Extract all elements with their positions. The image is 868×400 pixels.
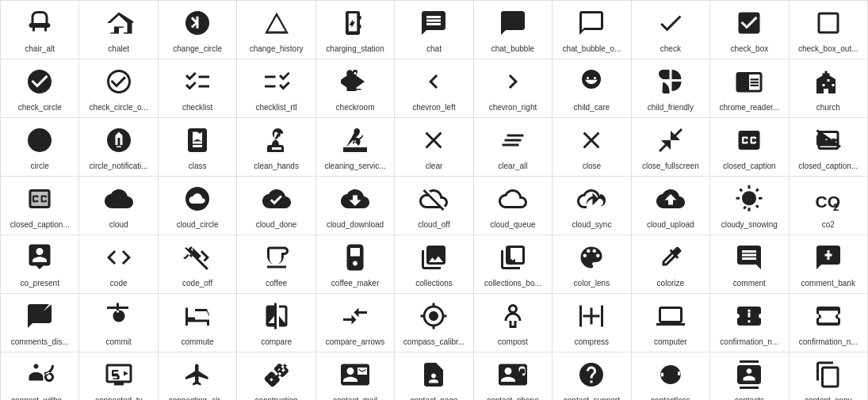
icon-cell-coffee_maker[interactable]: coffee_maker	[316, 235, 395, 294]
icon-cell-check_box_outline[interactable]: check_box_out...	[790, 1, 868, 59]
icon-cell-class[interactable]: class	[159, 118, 237, 177]
icon-cell-compass_calibration[interactable]: compass_calibr...	[395, 294, 473, 352]
icon-cell-compost[interactable]: compost	[474, 294, 553, 352]
icon-label: clear_all	[477, 161, 549, 171]
icon-cell-chevron_right[interactable]: chevron_right	[474, 59, 553, 118]
icon-cell-clear_all[interactable]: clear_all	[474, 118, 553, 177]
icon-label: checklist_rtl	[241, 102, 312, 112]
icon-cell-closed_caption[interactable]: closed_caption	[710, 118, 789, 177]
icon-cell-child_friendly[interactable]: child_friendly	[632, 59, 710, 118]
content_copy-icon	[813, 359, 844, 390]
collections-icon	[418, 242, 449, 273]
icon-cell-circle[interactable]: circle	[1, 118, 79, 177]
icon-cell-color_lens[interactable]: color_lens	[553, 235, 631, 294]
construction-icon	[261, 359, 293, 390]
icon-cell-chat[interactable]: chat	[395, 1, 473, 59]
icon-cell-comments_disabled[interactable]: comments_dis...	[1, 294, 79, 352]
icon-cell-check[interactable]: check	[632, 1, 710, 59]
cloud_off-icon	[418, 183, 449, 215]
icon-cell-connect_without_contact[interactable]: connect_witho...	[1, 352, 79, 400]
icon-cell-colorize[interactable]: colorize	[632, 235, 710, 294]
icon-cell-cloud_off[interactable]: cloud_off	[395, 177, 473, 235]
icon-cell-cloudy_snowing[interactable]: cloudy_snowing	[710, 177, 789, 235]
icon-cell-commute[interactable]: commute	[159, 294, 237, 352]
circle_notifications-icon	[103, 124, 135, 156]
icon-cell-cloud_download[interactable]: cloud_download	[316, 177, 395, 235]
icon-cell-clean_hands[interactable]: clean_hands	[237, 118, 315, 177]
icon-cell-commit[interactable]: commit	[79, 294, 158, 352]
icon-cell-check_circle[interactable]: check_circle	[1, 59, 79, 118]
icon-cell-chat_bubble[interactable]: chat_bubble	[474, 1, 553, 59]
cloud_download-icon	[339, 183, 371, 215]
icon-cell-close[interactable]: close	[553, 118, 631, 177]
icon-cell-cloud_queue[interactable]: cloud_queue	[474, 177, 553, 235]
icon-cell-confirmation_number[interactable]: confirmation_n...	[710, 294, 789, 352]
icon-cell-comment[interactable]: comment	[710, 235, 789, 294]
icon-cell-code[interactable]: code	[79, 235, 158, 294]
check_box-icon	[733, 7, 765, 39]
icon-cell-chalet[interactable]: chalet	[79, 1, 158, 59]
icon-cell-cloud_upload[interactable]: cloud_upload	[632, 177, 710, 235]
icon-cell-checkroom[interactable]: checkroom	[316, 59, 395, 118]
checklist-icon	[182, 66, 213, 97]
commit-icon	[103, 300, 135, 332]
icon-label: confirmation_n...	[793, 337, 864, 347]
icon-cell-computer[interactable]: computer	[632, 294, 710, 352]
icon-label: coffee_maker	[319, 278, 391, 288]
icon-cell-construction[interactable]: construction	[237, 352, 315, 400]
icon-cell-charging_station[interactable]: charging_station	[316, 1, 395, 59]
icon-cell-co_present[interactable]: co_present	[1, 235, 79, 294]
icon-cell-contact_mail[interactable]: contact_mail	[316, 352, 395, 400]
icon-cell-cloud_done[interactable]: cloud_done	[237, 177, 315, 235]
icon-cell-chair_alt[interactable]: chair_alt	[1, 1, 79, 59]
icon-cell-child_care[interactable]: child_care	[553, 59, 631, 118]
coffee_maker-icon	[339, 242, 371, 273]
icon-cell-contacts[interactable]: contacts	[710, 352, 789, 400]
icon-cell-change_history[interactable]: change_history	[237, 1, 315, 59]
icon-cell-confirmation_number2[interactable]: confirmation_n...	[790, 294, 868, 352]
icon-label: circle_notificati...	[83, 161, 155, 171]
icon-cell-coffee[interactable]: coffee	[237, 235, 315, 294]
icon-cell-chrome_reader[interactable]: chrome_reader...	[710, 59, 789, 118]
icon-cell-checklist[interactable]: checklist	[159, 59, 237, 118]
icon-cell-closed_caption_disabled[interactable]: closed_caption...	[790, 118, 868, 177]
icon-label: co_present	[4, 278, 75, 288]
icon-label: check	[635, 44, 706, 54]
icon-cell-contact_phone[interactable]: contact_phone	[474, 352, 553, 400]
icon-cell-checklist_rtl[interactable]: checklist_rtl	[237, 59, 315, 118]
icon-cell-connected_tv[interactable]: connected_tv	[79, 352, 158, 400]
icon-cell-cleaning_services[interactable]: cleaning_servic...	[316, 118, 395, 177]
icon-cell-code_off[interactable]: code_off	[159, 235, 237, 294]
icon-cell-church[interactable]: church	[790, 59, 868, 118]
cloud_done-icon	[261, 183, 293, 215]
icon-cell-compare_arrows[interactable]: compare_arrows	[316, 294, 395, 352]
icon-cell-content_copy[interactable]: content_copy	[790, 352, 868, 400]
icon-cell-closed_caption_outline[interactable]: closed_caption...	[1, 177, 79, 235]
icon-cell-collections_bookmark[interactable]: collections_bo...	[474, 235, 553, 294]
icon-cell-contactless[interactable]: contactless	[632, 352, 710, 400]
icon-label: compare	[241, 337, 312, 347]
icon-cell-contact_support[interactable]: contact_support	[553, 352, 631, 400]
icon-cell-chat_bubble_outline[interactable]: chat_bubble_o...	[553, 1, 631, 59]
icon-cell-check_box[interactable]: check_box	[710, 1, 789, 59]
icon-label: cloud_download	[319, 219, 391, 230]
icon-cell-circle_notifications[interactable]: circle_notificati...	[79, 118, 158, 177]
icon-cell-cloud_sync[interactable]: cloud_sync	[553, 177, 631, 235]
icon-label: color_lens	[556, 278, 627, 288]
icon-cell-cloud[interactable]: cloud	[79, 177, 158, 235]
icon-cell-close_fullscreen[interactable]: close_fullscreen	[632, 118, 710, 177]
icon-cell-change_circle[interactable]: change_circle	[159, 1, 237, 59]
icon-cell-comment_bank[interactable]: comment_bank	[790, 235, 868, 294]
icon-cell-compare[interactable]: compare	[237, 294, 315, 352]
icon-cell-cloud_circle[interactable]: cloud_circle	[159, 177, 237, 235]
co_present-icon	[24, 242, 55, 273]
icon-cell-connecting_airports[interactable]: connecting_air...	[159, 352, 237, 400]
icon-cell-clear[interactable]: clear	[395, 118, 473, 177]
icon-cell-compress[interactable]: compress	[553, 294, 631, 352]
icon-cell-chevron_left[interactable]: chevron_left	[395, 59, 473, 118]
icon-cell-contact_page[interactable]: contact_page	[395, 352, 473, 400]
icon-cell-co2[interactable]: CO2 co2	[790, 177, 868, 235]
icon-label: chat_bubble	[477, 44, 549, 54]
icon-cell-check_circle_outline[interactable]: check_circle_o...	[79, 59, 158, 118]
icon-cell-collections[interactable]: collections	[395, 235, 473, 294]
